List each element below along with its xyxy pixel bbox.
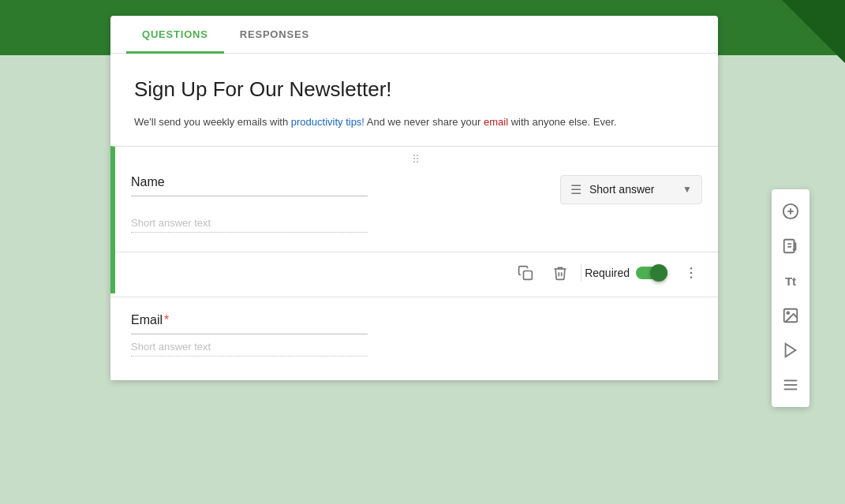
question-label-underline — [131, 196, 368, 196]
required-toggle[interactable] — [636, 264, 667, 282]
short-answer-preview: Short answer text — [115, 217, 718, 245]
required-star: * — [164, 313, 169, 327]
tabs-bar: QUESTIONS RESPONSES — [110, 16, 718, 54]
email-label-text: Email — [131, 313, 163, 327]
question-card-email: Email* Short answer text — [110, 297, 718, 380]
required-label: Required — [585, 267, 630, 279]
add-section-button[interactable] — [775, 369, 806, 401]
answer-type-dropdown[interactable]: ☰ Short answer ▼ — [560, 175, 702, 204]
question-label-email: Email* — [131, 313, 697, 327]
drag-handle[interactable]: ⠿ — [115, 147, 718, 169]
tab-responses[interactable]: RESPONSES — [224, 16, 325, 53]
short-answer-icon: ☰ — [570, 182, 581, 197]
question-actions: Required — [115, 252, 718, 293]
answer-type-label: Short answer — [589, 183, 675, 196]
question-body: Name ☰ Short answer ▼ — [115, 169, 718, 217]
email-label-underline — [131, 334, 368, 334]
add-title-button[interactable]: Tt — [775, 265, 806, 297]
dropdown-arrow-icon: ▼ — [682, 184, 692, 195]
sidebar-tools: Tt — [772, 189, 809, 407]
question-label-area: Name — [131, 175, 548, 196]
add-question-button[interactable] — [775, 196, 806, 227]
title-icon: Tt — [785, 274, 796, 288]
svg-point-3 — [690, 276, 693, 278]
import-questions-button[interactable] — [775, 230, 806, 262]
toggle-thumb — [650, 264, 667, 282]
svg-point-12 — [787, 312, 789, 314]
tab-questions[interactable]: QUESTIONS — [126, 16, 224, 53]
add-video-button[interactable] — [775, 334, 806, 366]
delete-button[interactable] — [546, 259, 574, 287]
form-title: Sign Up For Our Newsletter! — [134, 77, 694, 102]
svg-point-1 — [690, 267, 693, 269]
more-options-button[interactable] — [677, 259, 705, 287]
svg-rect-0 — [524, 271, 533, 279]
question-label-name: Name — [131, 175, 548, 189]
main-form-card: QUESTIONS RESPONSES Sign Up For Our News… — [110, 16, 718, 380]
svg-marker-13 — [786, 344, 796, 357]
form-description: We'll send you weekly emails with produc… — [134, 114, 694, 130]
svg-point-2 — [690, 271, 693, 274]
form-header: Sign Up For Our Newsletter! We'll send y… — [110, 54, 718, 146]
email-answer-placeholder: Short answer text — [131, 341, 368, 357]
required-section: Required — [581, 264, 671, 282]
highlight-red: email — [484, 116, 508, 128]
add-image-button[interactable] — [775, 300, 806, 331]
question-card-name: ⠿ Name ☰ Short answer ▼ Short answer tex… — [110, 146, 718, 293]
short-answer-placeholder: Short answer text — [131, 217, 368, 233]
highlight-blue: productivity tips! — [291, 116, 365, 128]
duplicate-button[interactable] — [511, 259, 540, 287]
